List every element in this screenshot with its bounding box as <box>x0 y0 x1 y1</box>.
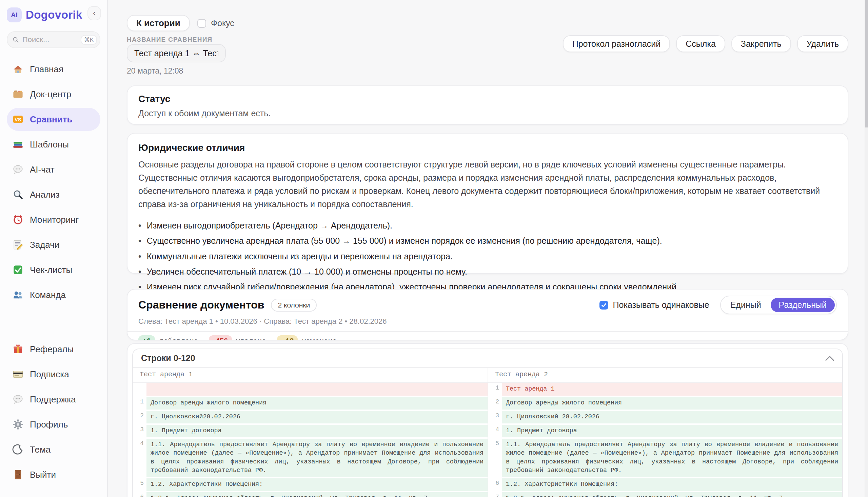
diff-cell: 1.2.1. Адрес: Амурская область, г. Циолк… <box>146 492 487 497</box>
diff-cell: 1.1. Арендодатель предоставляет Арендато… <box>502 439 842 477</box>
vs-icon: VS <box>12 114 24 125</box>
columns-badge: 2 колонки <box>271 299 317 312</box>
sidebar-item-мониторинг[interactable]: Мониторинг <box>7 208 100 231</box>
diff-table-card: Строки 0-120 Тест аренда 1 1Договор арен… <box>127 343 848 497</box>
diff-row: 71.2.1. Адрес: Амурская область, г. Циол… <box>488 492 842 497</box>
diff-row: 51.1. Арендодатель предоставляет Арендат… <box>488 439 842 477</box>
sidebar-item-задачи[interactable]: Задачи <box>7 233 100 256</box>
search-input[interactable]: Поиск... ⌘K <box>7 31 100 48</box>
rows-group-title: Строки 0-120 <box>141 353 195 363</box>
diff-stat-label: добавлено <box>159 337 198 341</box>
card-icon <box>12 369 24 380</box>
books-icon <box>12 139 24 150</box>
sidebar-item-чек-листы[interactable]: Чек-листы <box>7 258 100 281</box>
search-icon <box>12 189 24 200</box>
sidebar-item-подписка[interactable]: Подписка <box>7 363 100 386</box>
diff-cell: 1. Предмет договора <box>502 425 842 437</box>
sidebar-item-тема[interactable]: Тема <box>7 438 100 461</box>
sidebar-item-label: Шаблоны <box>30 139 69 150</box>
line-number: 1 <box>488 383 502 396</box>
line-number: 5 <box>488 439 502 477</box>
diff-cell: г. Циолковский 28.02.2026 <box>502 411 842 423</box>
scrollbar-track[interactable] <box>865 0 868 497</box>
sidebar: AI Dogovorik ‹ Поиск... ⌘K ГлавнаяДок-це… <box>0 0 108 497</box>
diff-row: 3г. Циолковский 28.02.2026 <box>488 411 842 423</box>
diff-stat-label: изменено <box>302 337 337 341</box>
sidebar-item-label: Задачи <box>30 240 59 250</box>
bullet-dot: • <box>138 221 141 231</box>
diff-row: 41. Предмет договора <box>488 425 842 437</box>
diff-row: 1Договор аренды жилого помещения <box>133 397 487 410</box>
compare-subtitle: Слева: Тест аренда 1 • 10.03.2026 · Спра… <box>138 317 837 326</box>
show-identical-toggle[interactable]: Показывать одинаковые <box>599 300 709 310</box>
svg-text:VS: VS <box>15 117 22 123</box>
diff-row: 31. Предмет договора <box>133 425 487 437</box>
line-number: 3 <box>488 411 502 423</box>
left-document-header: Тест аренда 1 <box>133 368 487 383</box>
door-icon <box>12 469 24 480</box>
action-button-закрепить[interactable]: Закрепить <box>731 35 791 52</box>
line-number: 3 <box>133 425 146 437</box>
sidebar-item-профиль[interactable]: Профиль <box>7 413 100 436</box>
status-card: Статус Доступ к обоим документам есть. <box>127 85 848 125</box>
alarm-icon <box>12 214 24 225</box>
sidebar-item-ai-чат[interactable]: AI-чат <box>7 158 100 181</box>
focus-label: Фокус <box>211 18 234 28</box>
diff-stat-removed: -456удалено <box>209 335 266 340</box>
action-button-протокол-разногласий[interactable]: Протокол разногласий <box>563 35 670 52</box>
app-title: Dogovorik <box>26 9 82 22</box>
focus-checkbox[interactable] <box>197 19 206 28</box>
sidebar-item-анализ[interactable]: Анализ <box>7 183 100 206</box>
line-number: 6 <box>133 492 146 497</box>
diff-row: 41.1. Арендодатель предоставляет Арендат… <box>133 439 487 477</box>
sidebar-item-label: Поддержка <box>30 394 76 405</box>
action-button-ссылка[interactable]: Ссылка <box>676 35 725 52</box>
home-icon <box>12 63 24 75</box>
view-option-раздельный[interactable]: Раздельный <box>771 298 835 312</box>
sidebar-item-label: Док-центр <box>30 89 71 100</box>
sidebar-item-label: Выйти <box>30 470 56 480</box>
sidebar-item-label: Команда <box>30 290 66 300</box>
back-to-history-button[interactable]: К истории <box>127 15 190 31</box>
right-document-column: Тест аренда 2 1Тест аренда 12Договор аре… <box>487 368 842 497</box>
diff-stat-badge: -456 <box>209 335 232 340</box>
diff-cell: 1.2. Характеристики Помещения: <box>502 478 842 491</box>
focus-toggle[interactable]: Фокус <box>197 18 234 28</box>
search-placeholder: Поиск... <box>23 35 77 44</box>
action-button-удалить[interactable]: Удалить <box>797 35 848 52</box>
logo: AI Dogovorik ‹ <box>7 6 100 24</box>
sidebar-item-выйти[interactable]: Выйти <box>7 463 100 486</box>
comparison-name-input[interactable] <box>127 44 226 62</box>
sidebar-collapse-button[interactable]: ‹ <box>87 6 101 20</box>
check-icon <box>12 264 24 275</box>
diff-stat-added: +1добавлено <box>138 335 198 340</box>
line-number: 1 <box>133 397 146 410</box>
legal-bullet-text: Увеличен обеспечительный платеж (10 → 10… <box>147 267 467 277</box>
legal-bullet: •Увеличен обеспечительный платеж (10 → 1… <box>138 267 837 277</box>
diff-cell: г. Циолковский28.02.2026 <box>146 411 487 423</box>
sidebar-item-рефералы[interactable]: Рефералы <box>7 338 100 361</box>
sidebar-item-команда[interactable]: Команда <box>7 283 100 307</box>
sidebar-item-сравнить[interactable]: VSСравнить <box>7 108 100 131</box>
chevron-up-icon[interactable] <box>825 356 834 361</box>
sidebar-item-label: Подписка <box>30 369 69 380</box>
moon-icon <box>12 444 24 455</box>
sidebar-item-label: Мониторинг <box>30 215 79 225</box>
gear-icon <box>12 419 24 430</box>
sidebar-item-поддержка[interactable]: Поддержка <box>7 388 100 411</box>
left-document-column: Тест аренда 1 1Договор аренды жилого пом… <box>133 368 487 497</box>
show-identical-checkbox[interactable] <box>599 301 608 310</box>
sidebar-item-label: Чек-листы <box>30 265 72 275</box>
diff-row: 2г. Циолковский28.02.2026 <box>133 411 487 423</box>
sidebar-item-шаблоны[interactable]: Шаблоны <box>7 133 100 156</box>
view-option-единый[interactable]: Единый <box>722 298 769 312</box>
scrollbar-thumb[interactable] <box>865 0 868 127</box>
sidebar-item-label: AI-чат <box>30 165 55 175</box>
search-icon <box>12 36 19 43</box>
diff-cell: 1.1. Арендодатель предоставляет Арендато… <box>146 439 487 477</box>
diff-stats: +1добавлено-456удалено~18изменено <box>138 332 837 340</box>
show-identical-label: Показывать одинаковые <box>613 300 709 310</box>
diff-cell: Тест аренда 1 <box>502 383 842 396</box>
sidebar-item-док-центр[interactable]: Док-центр <box>7 83 100 106</box>
sidebar-item-главная[interactable]: Главная <box>7 58 100 81</box>
